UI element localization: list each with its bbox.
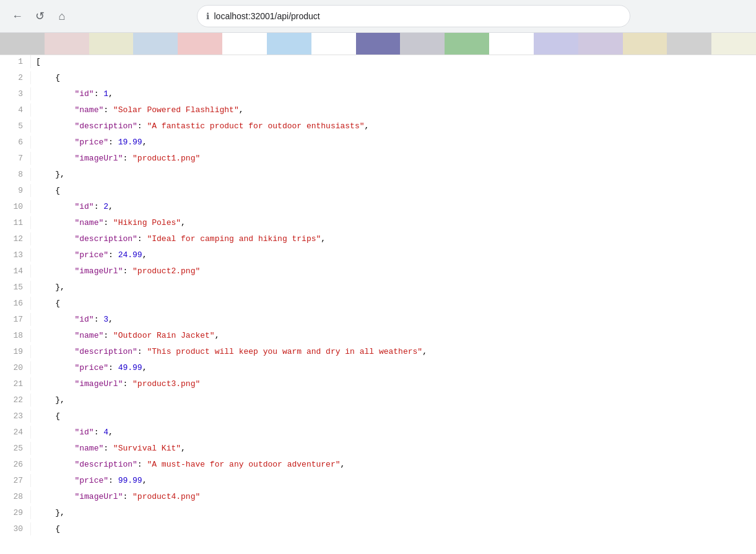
line-content-2: { xyxy=(31,71,65,84)
json-line-23: 23 { xyxy=(0,410,756,426)
line-content-30: { xyxy=(31,522,65,535)
line-content-13: "price": 24.99, xyxy=(31,248,152,262)
json-line-12: 12 "description": "Ideal for camping and… xyxy=(0,232,756,248)
line-content-19: "description": "This product will keep y… xyxy=(31,345,432,358)
line-content-9: { xyxy=(31,184,65,197)
line-num-23: 23 xyxy=(0,410,31,423)
line-num-25: 25 xyxy=(0,442,31,455)
color-swatch-16 xyxy=(711,33,756,55)
line-num-1: 1 xyxy=(0,55,31,68)
line-num-16: 16 xyxy=(0,297,31,310)
line-content-21: "imageUrl": "product3.png" xyxy=(31,377,205,390)
json-line-13: 13 "price": 24.99, xyxy=(0,248,756,265)
line-content-8: }, xyxy=(31,168,70,181)
color-swatch-7 xyxy=(311,33,356,55)
json-line-19: 19 "description": "This product will kee… xyxy=(0,345,756,361)
line-num-19: 19 xyxy=(0,345,31,358)
line-content-12: "description": "Ideal for camping and hi… xyxy=(31,232,331,245)
line-content-28: "imageUrl": "product4.png" xyxy=(31,490,205,503)
json-line-18: 18 "name": "Outdoor Rain Jacket", xyxy=(0,329,756,345)
line-content-24: "id": 4, xyxy=(31,426,118,439)
line-num-26: 26 xyxy=(0,458,31,471)
line-content-25: "name": "Survival Kit", xyxy=(31,442,191,455)
line-content-17: "id": 3, xyxy=(31,313,118,326)
color-swatch-15 xyxy=(667,33,711,55)
line-content-1: [ xyxy=(31,55,46,68)
json-line-5: 5 "description": "A fantastic product fo… xyxy=(0,120,756,136)
line-num-30: 30 xyxy=(0,522,31,535)
color-swatch-14 xyxy=(623,33,667,55)
line-content-5: "description": "A fantastic product for … xyxy=(31,120,374,133)
line-content-6: "price": 19.99, xyxy=(31,136,152,149)
json-line-29: 29 }, xyxy=(0,506,756,522)
line-num-2: 2 xyxy=(0,71,31,84)
line-content-22: }, xyxy=(31,394,70,407)
line-num-15: 15 xyxy=(0,281,31,294)
line-num-17: 17 xyxy=(0,313,31,326)
line-num-24: 24 xyxy=(0,426,31,439)
json-line-8: 8 }, xyxy=(0,168,756,184)
line-content-7: "imageUrl": "product1.png" xyxy=(31,152,205,165)
json-line-25: 25 "name": "Survival Kit", xyxy=(0,442,756,458)
line-content-3: "id": 1, xyxy=(31,87,118,100)
line-num-3: 3 xyxy=(0,87,31,100)
line-num-22: 22 xyxy=(0,394,31,407)
line-num-12: 12 xyxy=(0,232,31,245)
line-content-10: "id": 2, xyxy=(31,200,118,213)
nav-buttons: ← ↺ ⌂ xyxy=(7,6,72,26)
line-content-23: { xyxy=(31,410,65,423)
info-icon: ℹ xyxy=(206,11,209,21)
json-line-28: 28 "imageUrl": "product4.png" xyxy=(0,490,756,506)
line-content-20: "price": 49.99, xyxy=(31,361,152,374)
line-content-26: "description": "A must-have for any outd… xyxy=(31,458,350,471)
line-num-10: 10 xyxy=(0,200,31,213)
json-line-27: 27 "price": 99.99, xyxy=(0,474,756,490)
line-content-11: "name": "Hiking Poles", xyxy=(31,216,191,229)
line-num-8: 8 xyxy=(0,168,31,181)
color-swatch-bar xyxy=(0,33,756,55)
line-num-21: 21 xyxy=(0,377,31,390)
reload-button[interactable]: ↺ xyxy=(30,6,50,26)
json-line-2: 2 { xyxy=(0,71,756,87)
json-line-16: 16 { xyxy=(0,297,756,313)
json-content: 1 [ 2 { 3 "id": 1, 4 "name": "Solar Powe… xyxy=(0,55,756,539)
json-line-6: 6 "price": 19.99, xyxy=(0,136,756,152)
color-swatch-9 xyxy=(400,33,445,55)
json-line-15: 15 }, xyxy=(0,281,756,297)
back-button[interactable]: ← xyxy=(7,6,27,26)
color-swatch-2 xyxy=(89,33,134,55)
line-num-6: 6 xyxy=(0,136,31,149)
color-swatch-4 xyxy=(178,33,222,55)
json-line-14: 14 "imageUrl": "product2.png" xyxy=(0,265,756,281)
color-swatch-12 xyxy=(534,33,578,55)
color-swatch-3 xyxy=(133,33,178,55)
json-line-4: 4 "name": "Solar Powered Flashlight", xyxy=(0,103,756,120)
url-path: localhost:32001/api/product xyxy=(214,11,320,21)
line-num-29: 29 xyxy=(0,506,31,519)
browser-toolbar: ← ↺ ⌂ ℹ localhost:32001/api/product xyxy=(0,0,756,32)
line-content-4: "name": "Solar Powered Flashlight", xyxy=(31,103,249,117)
line-num-7: 7 xyxy=(0,152,31,165)
json-line-10: 10 "id": 2, xyxy=(0,200,756,216)
line-num-18: 18 xyxy=(0,329,31,342)
line-num-9: 9 xyxy=(0,184,31,197)
line-num-20: 20 xyxy=(0,361,31,374)
color-swatch-6 xyxy=(267,33,311,55)
line-num-14: 14 xyxy=(0,265,31,278)
color-swatch-5 xyxy=(222,33,267,55)
json-line-7: 7 "imageUrl": "product1.png" xyxy=(0,152,756,168)
line-num-5: 5 xyxy=(0,120,31,133)
address-bar[interactable]: ℹ localhost:32001/api/product xyxy=(197,5,630,27)
json-line-26: 26 "description": "A must-have for any o… xyxy=(0,458,756,474)
line-content-14: "imageUrl": "product2.png" xyxy=(31,265,205,278)
line-num-27: 27 xyxy=(0,474,31,487)
json-line-21: 21 "imageUrl": "product3.png" xyxy=(0,377,756,394)
json-line-20: 20 "price": 49.99, xyxy=(0,361,756,377)
line-content-27: "price": 99.99, xyxy=(31,474,152,487)
home-button[interactable]: ⌂ xyxy=(52,6,72,26)
json-line-17: 17 "id": 3, xyxy=(0,313,756,329)
color-swatch-11 xyxy=(489,33,534,55)
json-line-9: 9 { xyxy=(0,184,756,200)
color-swatch-10 xyxy=(445,33,489,55)
browser-chrome: ← ↺ ⌂ ℹ localhost:32001/api/product xyxy=(0,0,756,33)
